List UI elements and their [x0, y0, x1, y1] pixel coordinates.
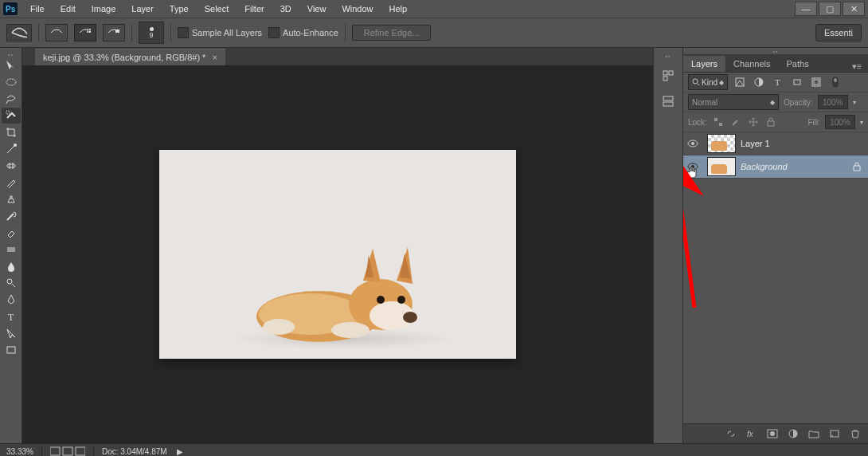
zoom-level[interactable]: 33.33%: [6, 447, 33, 456]
menu-item-edit[interactable]: Edit: [54, 2, 82, 15]
menu-item-file[interactable]: File: [24, 2, 51, 15]
eyedropper-tool[interactable]: [2, 141, 21, 157]
layer-mask-icon[interactable]: [766, 428, 779, 439]
adjustment-layer-icon[interactable]: [787, 428, 800, 439]
tab-layers[interactable]: Layers: [683, 56, 725, 72]
filter-toggle[interactable]: [828, 76, 843, 88]
subtract-selection-button[interactable]: [103, 24, 125, 41]
menu-item-help[interactable]: Help: [383, 2, 414, 15]
opacity-input[interactable]: 100%: [818, 95, 848, 109]
menu-item-3d[interactable]: 3D: [274, 2, 298, 15]
gradient-tool[interactable]: [2, 242, 21, 257]
clone-stamp-tool[interactable]: [2, 191, 21, 207]
auto-enhance-checkbox[interactable]: Auto-Enhance: [268, 27, 338, 38]
filter-kind-label: Kind: [702, 78, 717, 87]
layer-row[interactable]: Layer 1: [683, 132, 868, 155]
lasso-tool[interactable]: [2, 91, 21, 107]
history-panel-icon[interactable]: [659, 67, 677, 85]
lock-position-icon[interactable]: [747, 116, 760, 128]
annotation-arrow-icon: [683, 164, 707, 316]
menu-item-layer[interactable]: Layer: [125, 2, 160, 15]
delete-layer-icon[interactable]: [849, 428, 862, 439]
panel-grip[interactable]: ••: [0, 51, 22, 57]
layer-name[interactable]: Background: [741, 162, 788, 171]
filter-shape-icon[interactable]: [790, 76, 804, 88]
fill-input[interactable]: 100%: [825, 115, 855, 129]
layer-filter-row: Kind ◆ T: [683, 73, 868, 92]
filter-pixel-icon[interactable]: [733, 76, 747, 88]
document-canvas[interactable]: [159, 150, 516, 359]
dodge-tool[interactable]: [2, 275, 21, 291]
healing-brush-tool[interactable]: [2, 158, 21, 174]
filter-adjustment-icon[interactable]: [752, 76, 766, 88]
close-icon[interactable]: ×: [212, 53, 217, 62]
brush-tool[interactable]: [2, 175, 21, 191]
visibility-toggle-icon[interactable]: [687, 140, 698, 147]
path-selection-tool[interactable]: [2, 325, 21, 341]
blend-mode-select[interactable]: Normal ◆: [688, 94, 779, 110]
layer-thumbnail[interactable]: [707, 157, 736, 176]
svg-text:T: T: [8, 312, 14, 322]
menu-item-view[interactable]: View: [301, 2, 333, 15]
link-layers-icon[interactable]: [725, 428, 737, 439]
filter-type-icon[interactable]: T: [771, 76, 785, 88]
layer-thumbnail[interactable]: [707, 134, 736, 153]
add-selection-button[interactable]: [74, 24, 96, 41]
workspace-switcher[interactable]: Essenti: [815, 24, 862, 41]
panel-grip[interactable]: ••: [683, 48, 868, 54]
svg-point-4: [6, 79, 16, 85]
panel-grip[interactable]: ••: [654, 53, 682, 59]
layer-name[interactable]: Layer 1: [741, 139, 770, 148]
visibility-toggle-icon[interactable]: [687, 163, 698, 171]
window-minimize-button[interactable]: —: [795, 2, 817, 16]
options-bar: 9 Sample All Layers Auto-Enhance Refine …: [0, 18, 868, 48]
blur-tool[interactable]: [2, 258, 21, 274]
properties-panel-icon[interactable]: [659, 92, 677, 110]
layer-row[interactable]: Background: [683, 155, 868, 179]
eraser-tool[interactable]: [2, 225, 21, 241]
group-icon[interactable]: [807, 428, 820, 439]
panel-menu-icon[interactable]: ▾≡: [846, 61, 868, 72]
menu-item-type[interactable]: Type: [163, 2, 195, 15]
current-tool-icon[interactable]: [6, 24, 32, 41]
move-tool[interactable]: [2, 57, 21, 73]
chevron-right-icon[interactable]: ▶: [177, 447, 183, 456]
tab-paths[interactable]: Paths: [779, 56, 817, 72]
sample-all-layers-checkbox[interactable]: Sample All Layers: [178, 27, 262, 38]
lock-pixels-icon[interactable]: [729, 116, 742, 128]
new-selection-button[interactable]: [45, 24, 68, 41]
document-tab[interactable]: keji.jpg @ 33.3% (Background, RGB/8#) * …: [35, 49, 225, 65]
lock-all-icon[interactable]: [764, 116, 777, 128]
window-maximize-button[interactable]: ▢: [819, 2, 841, 16]
search-icon: [692, 78, 700, 86]
checkbox-icon: [268, 27, 280, 38]
new-layer-icon[interactable]: [828, 428, 841, 439]
doc-size-label[interactable]: Doc: 3.04M/4.87M: [102, 447, 167, 456]
svg-rect-25: [663, 102, 673, 106]
lock-label: Lock:: [688, 118, 707, 127]
exposure-icons[interactable]: [50, 446, 85, 456]
menu-item-filter[interactable]: Filter: [238, 2, 270, 15]
refine-edge-button[interactable]: Refine Edge...: [352, 25, 432, 41]
menu-item-window[interactable]: Window: [335, 2, 379, 15]
menu-item-image[interactable]: Image: [85, 2, 123, 15]
tab-channels[interactable]: Channels: [725, 56, 778, 72]
layer-style-icon[interactable]: fx: [745, 428, 758, 439]
history-brush-tool[interactable]: [2, 208, 21, 224]
rectangle-tool[interactable]: [2, 342, 21, 358]
quick-selection-tool[interactable]: [2, 108, 21, 124]
brush-preset-picker[interactable]: 9: [139, 22, 164, 44]
window-close-button[interactable]: ✕: [843, 2, 865, 16]
document-canvas-area[interactable]: [22, 65, 653, 443]
menu-item-select[interactable]: Select: [198, 2, 236, 15]
filter-kind-select[interactable]: Kind ◆: [688, 74, 728, 90]
filter-smart-icon[interactable]: [809, 76, 823, 88]
type-tool[interactable]: T: [2, 309, 21, 324]
chevron-down-icon[interactable]: ▾: [860, 119, 863, 126]
lock-transparency-icon[interactable]: [712, 116, 725, 128]
marquee-tool[interactable]: [2, 74, 21, 90]
crop-tool[interactable]: [2, 124, 21, 140]
chevron-down-icon[interactable]: ▾: [853, 99, 856, 106]
pen-tool[interactable]: [2, 292, 21, 308]
svg-point-26: [693, 79, 698, 84]
